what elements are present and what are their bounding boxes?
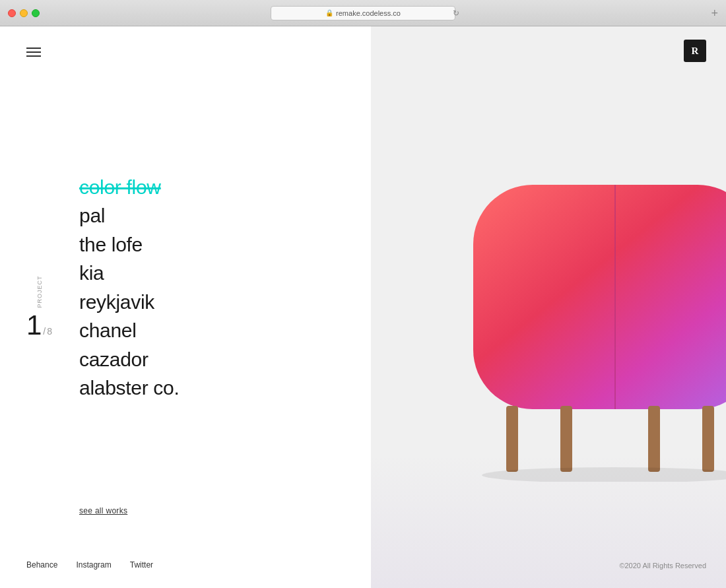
reload-button[interactable]: ↻ [453,9,459,18]
hamburger-line-1 [26,48,41,49]
svg-rect-6 [702,406,714,472]
see-all-works-link[interactable]: see all works [79,506,127,515]
behance-link[interactable]: Behance [26,560,57,570]
fullscreen-button[interactable] [32,9,40,17]
traffic-lights [8,9,40,17]
project-indicator: Project 1 / 8 [26,275,52,339]
furniture-scene [371,26,726,588]
browser-chrome: 🔒 remake.codeless.co ↻ + [0,0,726,26]
project-item-chanel[interactable]: chanel [79,316,179,345]
project-number: 1 / 8 [26,311,52,339]
project-item-color-flow[interactable]: color flow [79,173,179,202]
project-item-pal[interactable]: pal [79,201,179,230]
project-label: Project [36,275,43,308]
project-total-number: 8 [47,326,52,337]
hamburger-line-3 [26,55,41,57]
footer-links: Behance Instagram Twitter [26,560,153,570]
project-item-alabster[interactable]: alabster co. [79,374,179,403]
minimize-button[interactable] [20,9,28,17]
address-bar[interactable]: 🔒 remake.codeless.co [271,6,455,20]
project-item-cazador[interactable]: cazador [79,345,179,374]
cabinet-image [453,165,726,482]
right-panel: R [371,26,726,588]
hamburger-line-2 [26,51,41,53]
twitter-link[interactable]: Twitter [130,560,153,570]
left-panel: Project 1 / 8 color flow pal the lofe ki… [0,26,371,588]
svg-rect-5 [648,406,660,472]
copyright-text: ©2020 All Rights Reserved [619,562,706,570]
svg-point-7 [482,467,726,482]
project-list: color flow pal the lofe kia reykjavik ch… [79,173,179,403]
project-item-kia[interactable]: kia [79,259,179,288]
project-current-number: 1 [26,311,42,339]
close-button[interactable] [8,9,16,17]
svg-rect-4 [560,406,572,472]
url-text: remake.codeless.co [336,9,401,17]
website: Project 1 / 8 color flow pal the lofe ki… [0,26,726,588]
new-tab-button[interactable]: + [711,7,718,19]
instagram-link[interactable]: Instagram [76,560,111,570]
hamburger-menu[interactable] [26,45,41,59]
lock-icon: 🔒 [325,9,333,16]
svg-rect-3 [506,406,518,472]
project-item-reykjavik[interactable]: reykjavik [79,288,179,317]
project-divider: / [43,326,46,337]
project-item-the-lofe[interactable]: the lofe [79,230,179,259]
svg-rect-1 [473,185,726,409]
